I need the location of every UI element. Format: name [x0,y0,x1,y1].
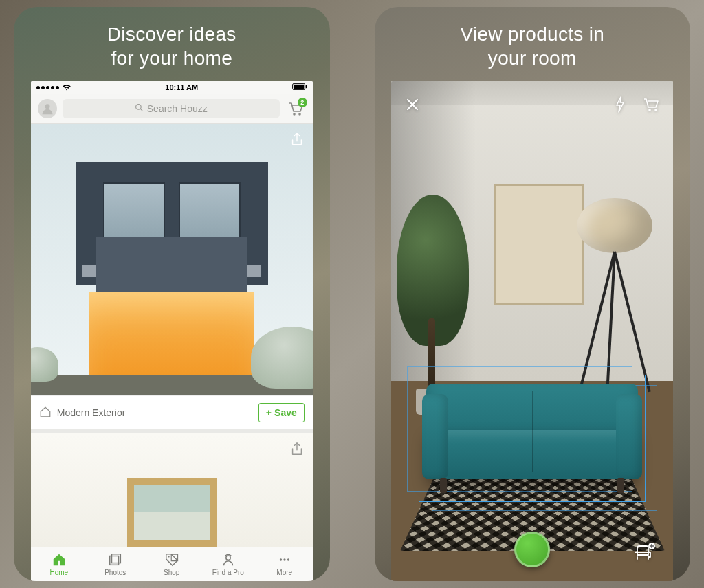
card-image[interactable] [31,124,313,395]
tag-icon [164,552,179,567]
ar-top-controls [391,91,673,118]
ar-product-sofa[interactable] [422,378,642,499]
tagline-right: View products inyour room [453,7,611,81]
ar-bottom-controls [391,529,673,570]
svg-rect-9 [110,556,119,565]
battery-icon [292,83,307,91]
promo-panel-ar: View products inyour room [375,7,691,581]
search-icon [135,103,144,114]
card-bar: Modern Exterior + Save [31,395,313,429]
tab-label: Find a Pro [212,569,244,576]
promo-panel-discover: Discover ideasfor your home 10:11 AM [14,7,330,581]
tab-label: More [276,569,292,576]
share-button[interactable] [288,440,306,458]
home-icon [52,552,67,567]
svg-line-5 [140,109,142,111]
topbar: Search Houzz 2 [31,94,313,124]
save-button[interactable]: + Save [258,403,305,422]
search-input[interactable]: Search Houzz [63,99,280,118]
ar-camera-view[interactable] [391,81,673,581]
svg-point-3 [45,104,50,109]
svg-point-15 [648,109,651,111]
status-time: 10:11 AM [165,83,198,91]
more-icon [277,552,292,567]
flash-button[interactable] [611,96,629,113]
svg-point-12 [280,558,282,560]
shutter-button[interactable] [514,532,550,567]
svg-rect-8 [111,554,120,563]
tagline-left: Discover ideasfor your home [100,7,243,81]
save-label: Save [274,407,297,418]
tab-more[interactable]: More [256,547,313,581]
status-bar: 10:11 AM [31,81,313,94]
cart-badge: 2 [298,98,307,107]
tab-find-pro[interactable]: Find a Pro [200,547,256,581]
tab-label: Home [50,569,68,576]
search-placeholder: Search Houzz [147,103,208,114]
cart-button[interactable] [643,96,661,113]
category-icon [39,406,52,420]
svg-point-13 [283,558,285,560]
feed-card[interactable] [31,433,313,547]
signal-icon [36,86,59,89]
plus-icon: + [266,407,272,418]
tab-label: Photos [104,569,126,576]
svg-rect-1 [294,85,304,89]
tab-label: Shop [164,569,179,576]
svg-point-7 [298,113,301,116]
feed[interactable]: Modern Exterior + Save [31,124,313,547]
profile-avatar[interactable] [38,99,57,118]
card-title: Modern Exterior [57,407,126,418]
svg-point-6 [293,113,296,116]
wifi-icon [62,83,72,92]
phone-mockup-left: 10:11 AM Search Houzz 2 [31,81,313,581]
share-button[interactable] [288,131,306,149]
feed-card[interactable]: Modern Exterior + Save [31,124,313,429]
pro-icon [221,552,236,567]
tab-home[interactable]: Home [31,547,87,581]
close-button[interactable] [404,96,421,113]
tab-shop[interactable]: Shop [144,547,200,581]
tab-bar: Home Photos Shop Find a Pro More [31,547,313,581]
svg-point-14 [287,558,289,560]
photos-icon [108,552,123,567]
cart-button[interactable]: 2 [285,99,306,118]
svg-point-11 [226,556,230,560]
add-furniture-button[interactable] [630,538,658,566]
tab-photos[interactable]: Photos [87,547,144,581]
svg-rect-2 [305,85,307,89]
wall-art-decor [494,184,584,305]
svg-point-10 [168,556,169,557]
svg-point-16 [654,109,657,111]
